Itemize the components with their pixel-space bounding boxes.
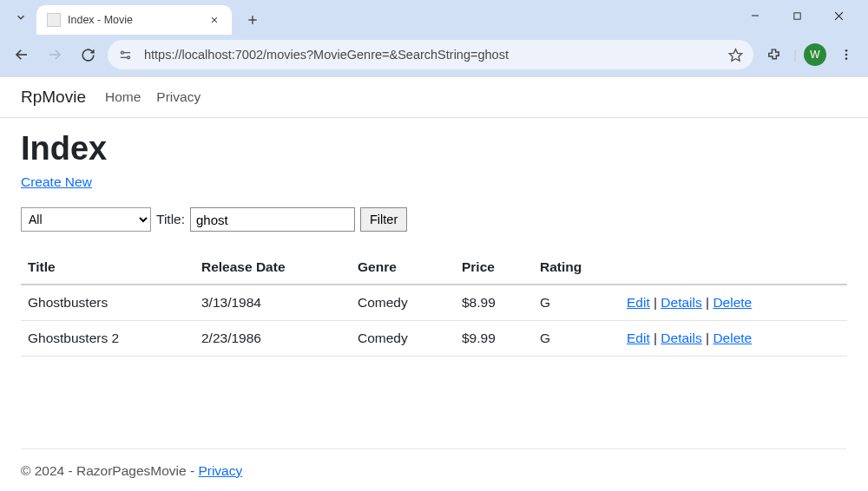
cell-genre: Comedy (351, 321, 455, 357)
browser-toolbar: https://localhost:7002/movies?MovieGenre… (0, 35, 868, 76)
svg-point-10 (122, 51, 124, 54)
main-container: Index Create New All Title: Filter Title… (0, 118, 868, 357)
edit-link[interactable]: Edit (627, 331, 650, 345)
cell-actions: Edit | Details | Delete (620, 285, 847, 321)
extensions-icon[interactable] (760, 42, 786, 68)
svg-marker-16 (730, 49, 742, 60)
filter-button[interactable]: Filter (360, 207, 407, 232)
cell-title: Ghostbusters 2 (21, 321, 194, 357)
avatar-initial: W (810, 49, 819, 61)
svg-point-18 (845, 54, 848, 56)
title-input[interactable] (190, 207, 355, 232)
tab-search-dropdown[interactable] (10, 7, 31, 28)
cell-rating: G (533, 321, 620, 357)
address-bar[interactable]: https://localhost:7002/movies?MovieGenre… (108, 40, 753, 69)
site-navbar: RpMovie Home Privacy (0, 77, 868, 118)
page-footer: © 2024 - RazorPagesMovie - Privacy (21, 448, 847, 479)
details-link[interactable]: Details (661, 295, 701, 310)
window-controls (743, 3, 861, 35)
cell-release-date: 2/23/1986 (194, 321, 351, 357)
nav-home[interactable]: Home (105, 89, 141, 105)
title-bar: Index - Movie (0, 0, 868, 35)
browser-chrome: Index - Movie (0, 0, 868, 76)
svg-point-19 (845, 57, 848, 60)
cell-price: $9.99 (455, 321, 533, 357)
table-header-row: Title Release Date Genre Price Rating (21, 251, 847, 285)
delete-link[interactable]: Delete (713, 331, 752, 345)
tab-title: Index - Movie (68, 14, 133, 26)
new-tab-button[interactable] (240, 8, 265, 32)
back-button[interactable] (9, 42, 35, 68)
maximize-button[interactable] (785, 3, 809, 28)
favicon-icon (47, 13, 61, 27)
cell-actions: Edit | Details | Delete (620, 321, 847, 357)
col-actions (620, 251, 847, 285)
profile-avatar[interactable]: W (804, 43, 826, 66)
cell-release-date: 3/13/1984 (194, 285, 351, 321)
col-release-date: Release Date (194, 251, 351, 285)
cell-title: Ghostbusters (21, 285, 194, 321)
browser-tab[interactable]: Index - Movie (36, 5, 232, 35)
movies-table: Title Release Date Genre Price Rating Gh… (21, 251, 847, 357)
footer-text: © 2024 - RazorPagesMovie - (21, 463, 198, 478)
cell-rating: G (533, 285, 620, 321)
table-row: Ghostbusters3/13/1984Comedy$8.99GEdit | … (21, 285, 847, 321)
col-title: Title (21, 251, 194, 285)
create-new-link[interactable]: Create New (21, 174, 92, 190)
genre-select[interactable]: All (21, 207, 151, 232)
page-content: RpMovie Home Privacy Index Create New Al… (0, 76, 868, 357)
svg-point-17 (845, 49, 848, 52)
edit-link[interactable]: Edit (627, 295, 650, 310)
cell-genre: Comedy (351, 285, 455, 321)
svg-rect-5 (793, 12, 799, 18)
site-info-icon[interactable] (118, 48, 137, 62)
reload-button[interactable] (75, 42, 101, 68)
footer-privacy-link[interactable]: Privacy (198, 463, 242, 478)
page-title: Index (21, 130, 847, 167)
forward-button[interactable] (42, 42, 68, 68)
close-window-button[interactable] (826, 3, 851, 28)
details-link[interactable]: Details (661, 331, 701, 345)
col-rating: Rating (533, 251, 620, 285)
col-price: Price (455, 251, 533, 285)
filter-form: All Title: Filter (21, 207, 847, 232)
delete-link[interactable]: Delete (713, 295, 752, 310)
bookmark-icon[interactable] (728, 48, 743, 62)
table-row: Ghostbusters 22/23/1986Comedy$9.99GEdit … (21, 321, 847, 357)
svg-point-11 (128, 56, 130, 58)
tab-close-button[interactable] (207, 13, 221, 27)
url-text: https://localhost:7002/movies?MovieGenre… (144, 48, 728, 62)
menu-icon[interactable] (833, 42, 859, 68)
cell-price: $8.99 (455, 285, 533, 321)
nav-privacy[interactable]: Privacy (156, 89, 201, 105)
title-label: Title: (156, 212, 185, 227)
brand-link[interactable]: RpMovie (21, 88, 86, 107)
col-genre: Genre (351, 251, 455, 285)
minimize-button[interactable] (743, 3, 767, 28)
